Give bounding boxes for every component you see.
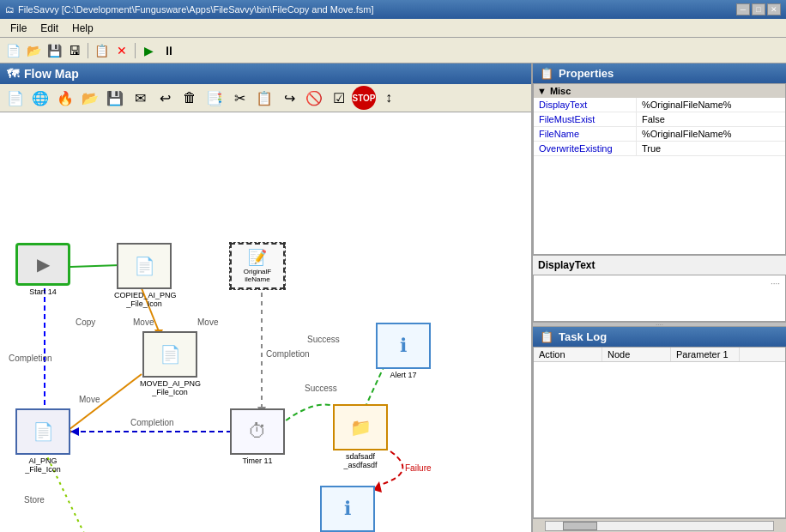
svg-text:Copy: Copy — [76, 317, 95, 327]
menu-edit[interactable]: Edit — [33, 21, 65, 36]
props-val-mustexist: False — [637, 112, 670, 126]
titlebar-left: 🗂 FileSavvy [C:\Development\Fungusware\A… — [5, 4, 374, 15]
node-sdafsadf[interactable]: 📁 sdafsadf_asdfasdf — [333, 404, 388, 469]
node-start14-label: Start 14 — [29, 287, 57, 296]
copy-button[interactable]: 📋 — [92, 41, 111, 60]
maximize-button[interactable]: □ — [752, 3, 765, 15]
tasklog-col-node: Node — [602, 348, 671, 361]
tasklog-col-action: Action — [534, 348, 602, 361]
fm-new[interactable]: 📄 — [3, 86, 27, 110]
fm-undo[interactable]: ↩ — [153, 86, 177, 110]
pause-button[interactable]: ⏸ — [160, 41, 178, 60]
scrollbar-area[interactable] — [533, 518, 786, 532]
props-key-overwrite: OverwriteExisting — [534, 142, 637, 155]
node-ai-png-label: AI_PNG_File_Icon — [25, 456, 61, 474]
displaytext-label: DisplayText — [533, 255, 786, 275]
svg-text:Completion: Completion — [130, 418, 174, 427]
svg-text:Failure: Failure — [405, 463, 432, 473]
node-copied-ai[interactable]: 📄 COPIED_AI_PNG_File_Icon — [114, 243, 174, 308]
fm-fire[interactable]: 🔥 — [53, 86, 77, 110]
props-row-filename: FileName %OriginalFileName% — [534, 127, 785, 142]
node-alert17-top-label: Alert 17 — [390, 371, 416, 379]
props-key-filename: FileName — [534, 127, 637, 141]
svg-text:Completion: Completion — [9, 354, 52, 363]
node-originalfilename1[interactable]: 📝 OriginalFileName — [230, 243, 285, 289]
fm-stop-red[interactable]: STOP — [352, 86, 376, 110]
props-section-misc[interactable]: ▼ Misc — [534, 84, 785, 98]
svg-text:Move: Move — [133, 317, 154, 327]
save-button[interactable]: 💾 — [45, 41, 63, 60]
tasklog-icon: 📋 — [540, 330, 553, 343]
svg-line-2 — [70, 265, 120, 267]
props-val-overwrite: True — [637, 142, 666, 155]
flow-svg: Move Completion Completion Success — [0, 112, 531, 532]
props-val-filename: %OriginalFileName% — [637, 127, 737, 141]
open-button[interactable]: 📂 — [24, 41, 43, 60]
menu-file[interactable]: File — [3, 21, 33, 36]
svg-text:Success: Success — [305, 384, 337, 393]
svg-text:Store: Store — [24, 495, 45, 505]
main: 🗺 Flow Map 📄 🌐 🔥 📂 💾 ✉ ↩ 🗑 📑 ✂ 📋 ↪ 🚫 ☑ S… — [0, 63, 786, 532]
node-moved-ai[interactable]: 📄 MOVED_AI_PNG_File_Icon — [140, 331, 200, 396]
close-button[interactable]: ✕ — [767, 3, 781, 15]
fm-cancel-x[interactable]: 🚫 — [302, 86, 326, 110]
props-row-mustexist: FileMustExist False — [534, 112, 785, 127]
menubar: File Edit Help — [0, 19, 786, 38]
toolbar-sep-2 — [135, 43, 136, 58]
fm-paste[interactable]: 📋 — [252, 86, 276, 110]
app-icon: 🗂 — [5, 4, 15, 15]
node-copied-ai-label: COPIED_AI_PNG_File_Icon — [114, 291, 174, 308]
props-body: ▼ Misc DisplayText %OriginalFileName% Fi… — [533, 83, 786, 255]
toolbar: 📄 📂 💾 🖫 📋 ✕ ▶ ⏸ — [0, 38, 786, 63]
props-section-label: Misc — [550, 86, 571, 96]
fm-globe[interactable]: 🌐 — [28, 86, 52, 110]
stop-button[interactable]: ✕ — [112, 41, 131, 60]
fm-doc[interactable]: 📑 — [203, 86, 227, 110]
tasklog-title: Task Log — [559, 330, 607, 343]
run-button[interactable]: ▶ — [139, 41, 158, 60]
fm-forward[interactable]: ↪ — [277, 86, 301, 110]
node-timer11[interactable]: ⏱ Timer 11 — [230, 408, 285, 465]
new-button[interactable]: 📄 — [3, 41, 22, 60]
tasklog-col-param: Parameter 1 — [671, 348, 740, 361]
props-title: Properties — [559, 67, 614, 80]
fm-email[interactable]: ✉ — [128, 86, 152, 110]
fm-cut[interactable]: ✂ — [227, 86, 251, 110]
node-start14[interactable]: ▶ Start 14 — [15, 243, 70, 296]
flowmap-header: 🗺 Flow Map — [0, 63, 531, 84]
node-alert17-bot[interactable]: ℹ Alert 17 — [320, 486, 375, 532]
flowmap-icon: 🗺 — [7, 67, 19, 81]
fm-check[interactable]: ☑ — [327, 86, 351, 110]
fm-open[interactable]: 📂 — [78, 86, 102, 110]
fm-scroll[interactable]: ↕ — [377, 86, 401, 110]
props-row-displaytext: DisplayText %OriginalFileName% — [534, 98, 785, 112]
flowmap-panel: 🗺 Flow Map 📄 🌐 🔥 📂 💾 ✉ ↩ 🗑 📑 ✂ 📋 ↪ 🚫 ☑ S… — [0, 63, 533, 532]
svg-line-6 — [69, 374, 142, 430]
scrollbar-thumb[interactable] — [563, 522, 597, 530]
menu-help[interactable]: Help — [65, 21, 100, 36]
svg-marker-13 — [70, 427, 79, 436]
flowmap-canvas[interactable]: Move Completion Completion Success — [0, 112, 531, 532]
svg-text:Completion: Completion — [266, 349, 310, 359]
node-alert17-top[interactable]: ℹ Alert 17 — [376, 323, 431, 379]
fm-save[interactable]: 💾 — [103, 86, 127, 110]
save-all-button[interactable]: 🖫 — [65, 41, 84, 60]
fm-trash[interactable]: 🗑 — [178, 86, 202, 110]
props-row-overwrite: OverwriteExisting True — [534, 142, 785, 156]
node-ai-png-file[interactable]: 📄 AI_PNG_File_Icon — [15, 408, 70, 474]
node-timer11-label: Timer 11 — [242, 456, 272, 465]
tasklog-body: Action Node Parameter 1 — [533, 347, 786, 518]
props-key-displaytext: DisplayText — [534, 98, 637, 112]
horizontal-scrollbar[interactable] — [545, 521, 774, 531]
flowmap-title: Flow Map — [24, 67, 79, 81]
displaytext-area: ···· — [533, 275, 786, 322]
props-collapse-icon: ▼ — [537, 86, 547, 96]
props-icon: 📋 — [540, 67, 553, 80]
svg-text:Move: Move — [197, 317, 219, 327]
node-sdafsadf-label: sdafsadf_asdfasdf — [343, 452, 377, 469]
right-panel: 📋 Properties ▼ Misc DisplayText %Origina… — [533, 63, 786, 532]
minimize-button[interactable]: ─ — [736, 3, 750, 15]
titlebar-controls: ─ □ ✕ — [736, 3, 781, 15]
svg-text:Success: Success — [307, 335, 340, 344]
titlebar-title: FileSavvy [C:\Development\Fungusware\App… — [18, 4, 374, 15]
